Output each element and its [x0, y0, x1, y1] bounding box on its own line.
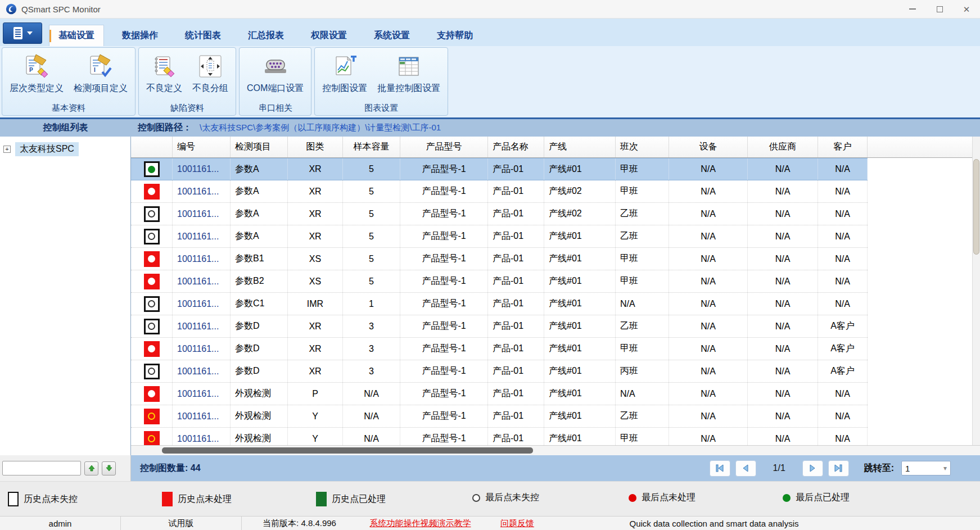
horizontal-scrollbar-thumb[interactable] [162, 447, 533, 454]
cell-id: 1001161... [173, 360, 231, 382]
tree-node-root[interactable]: + 太友科技SPC [3, 142, 130, 156]
cell-shift: 甲班 [616, 158, 669, 180]
cell-chart-type: XR [288, 180, 343, 202]
statusbar-user: admin [0, 517, 121, 530]
horizontal-scrollbar[interactable] [131, 445, 980, 455]
tab-system-settings[interactable]: 系统设置 [365, 25, 419, 46]
column-header-chart-type[interactable]: 图类 [288, 137, 343, 157]
tree-node-label[interactable]: 太友科技SPC [15, 142, 79, 156]
cell-device: N/A [669, 428, 748, 445]
tree-expander-icon[interactable]: + [3, 146, 11, 153]
cell-customer: N/A [818, 248, 868, 270]
cell-sample-size: 5 [343, 225, 400, 247]
status-cell [131, 225, 173, 247]
table-row-5[interactable]: 1001161...参数B1XS5产品型号-1产品-01产线#01甲班N/AN/… [131, 248, 868, 270]
column-header-supplier[interactable]: 供应商 [748, 137, 818, 157]
column-header-shift[interactable]: 班次 [616, 137, 669, 157]
vertical-scrollbar[interactable] [972, 137, 980, 445]
inspection-item-define-button[interactable]: I检测项目定义 [69, 50, 133, 96]
table-row-4[interactable]: 1001161...参数AXR5产品型号-1产品-01产线#01乙班N/AN/A… [131, 225, 868, 248]
table-row-2[interactable]: 1001161...参数AXR5产品型号-1产品-01产线#02甲班N/AN/A… [131, 180, 868, 203]
column-header-status[interactable] [131, 137, 173, 157]
table-row-10[interactable]: 1001161...参数DXR3产品型号-1产品-01产线#01丙班N/AN/A… [131, 360, 868, 383]
search-up-button[interactable] [84, 461, 98, 475]
close-icon: ✕ [963, 5, 970, 13]
statusbar-video-tutorial-link[interactable]: 系统功能操作视频演示教学 [357, 517, 484, 530]
statusbar-feedback-link[interactable]: 问题反馈 [500, 518, 534, 529]
cell-chart-type: Y [288, 428, 343, 445]
ribbon-group-label: 图表设置 [315, 102, 448, 115]
app-menu-button[interactable] [3, 22, 42, 44]
maximize-button[interactable] [926, 0, 953, 18]
next-page-button[interactable] [802, 460, 823, 477]
status-cell [131, 248, 173, 270]
table-row-7[interactable]: 1001161...参数C1IMR1产品型号-1产品-01产线#01N/AN/A… [131, 293, 868, 315]
column-header-item[interactable]: 检测项目 [231, 137, 288, 157]
tab-data-operations[interactable]: 数据操作 [113, 25, 167, 46]
table-row-3[interactable]: 1001161...参数AXR5产品型号-1产品-01产线#02乙班N/AN/A… [131, 203, 868, 225]
cell-chart-type: XR [288, 225, 343, 247]
cell-device: N/A [669, 180, 748, 202]
column-header-sample-size[interactable]: 样本容量 [343, 137, 400, 157]
close-button[interactable]: ✕ [953, 0, 980, 18]
tab-support-help[interactable]: 支持帮助 [428, 25, 482, 46]
last-page-button[interactable] [828, 460, 849, 477]
status-cell [131, 315, 173, 337]
column-header-device[interactable]: 设备 [669, 137, 748, 157]
tab-summary-reports[interactable]: 汇总报表 [239, 25, 293, 46]
chart-plus-icon [332, 53, 358, 79]
batch-control-chart-settings-button[interactable]: 批量控制图设置 [372, 50, 445, 96]
legend-square-swatch [316, 492, 327, 506]
search-down-button[interactable] [102, 461, 116, 475]
cell-shift: N/A [616, 383, 669, 405]
table-row-6[interactable]: 1001161...参数B2XS5产品型号-1产品-01产线#01甲班N/AN/… [131, 270, 868, 293]
tab-permission-settings[interactable]: 权限设置 [302, 25, 356, 46]
tree-filter-input[interactable] [2, 461, 81, 475]
tab-statistic-charts[interactable]: 统计图表 [176, 25, 230, 46]
cell-customer: N/A [818, 405, 868, 427]
defect-define-button[interactable]: 不良定义 [141, 50, 187, 96]
column-header-product-name[interactable]: 产品名称 [488, 137, 544, 157]
legend-circle-swatch [629, 494, 636, 502]
table-row-1[interactable]: 1001161...参数AXR5产品型号-1产品-01产线#01甲班N/AN/A… [131, 158, 868, 180]
cell-supplier: N/A [748, 315, 818, 337]
maximize-icon [937, 6, 943, 12]
statusbar-video-tutorial-link[interactable]: 系统功能操作视频演示教学 [370, 518, 471, 529]
menu-bar: 基础设置数据操作统计图表汇总报表权限设置系统设置支持帮助 [0, 19, 980, 46]
table-row-9[interactable]: 1001161...参数DXR3产品型号-1产品-01产线#01甲班N/AN/A… [131, 338, 868, 360]
minimize-button[interactable] [899, 0, 926, 18]
prev-page-button[interactable] [735, 460, 756, 477]
control-chart-settings-button[interactable]: 控制图设置 [317, 50, 372, 96]
hand-document-p-icon: P [24, 53, 49, 79]
column-header-line[interactable]: 产线 [544, 137, 616, 157]
vertical-scrollbar-thumb[interactable] [973, 159, 979, 255]
first-page-button[interactable] [710, 460, 730, 477]
hierarchy-type-define-button[interactable]: P层次类型定义 [4, 50, 69, 96]
cell-product-name: 产品-01 [488, 158, 544, 180]
cell-line: 产线#01 [544, 360, 616, 382]
cell-product-model: 产品型号-1 [400, 225, 488, 247]
table-row-11[interactable]: 1001161...外观检测PN/A产品型号-1产品-01产线#01N/AN/A… [131, 383, 868, 405]
notepad-icon [151, 53, 177, 79]
defect-group-button[interactable]: 不良分组 [187, 50, 233, 96]
table-row-8[interactable]: 1001161...参数DXR3产品型号-1产品-01产线#01乙班N/AN/A… [131, 315, 868, 338]
status-circle-yellow-icon [148, 435, 155, 442]
cell-line: 产线#01 [544, 383, 616, 405]
com-port-settings-button[interactable]: COM端口设置 [242, 50, 309, 96]
list-icon [12, 26, 24, 40]
tab-bar: 基础设置数据操作统计图表汇总报表权限设置系统设置支持帮助 [49, 19, 491, 46]
table-row-12[interactable]: 1001161...外观检测YN/A产品型号-1产品-01产线#01乙班N/AN… [131, 405, 868, 428]
column-header-product-model[interactable]: 产品型号 [400, 137, 488, 157]
column-header-customer[interactable]: 客户 [818, 137, 868, 157]
tab-basic-settings[interactable]: 基础设置 [49, 25, 104, 46]
cell-chart-type: P [288, 383, 343, 405]
cell-device: N/A [669, 338, 748, 360]
table-row-13[interactable]: 1001161...外观检测YN/A产品型号-1产品-01产线#01甲班N/AN… [131, 428, 868, 445]
chevron-down-icon [27, 31, 33, 35]
jump-page-select[interactable]: 1 ▾ [901, 461, 951, 475]
chart-count-label: 控制图数量: 44 [140, 463, 201, 474]
statusbar-feedback-link[interactable]: 问题反馈 [484, 517, 551, 530]
cell-chart-type: XS [288, 270, 343, 292]
legend-item-3: 历史点已处理 [316, 492, 386, 506]
column-header-id[interactable]: 编号 [173, 137, 231, 157]
